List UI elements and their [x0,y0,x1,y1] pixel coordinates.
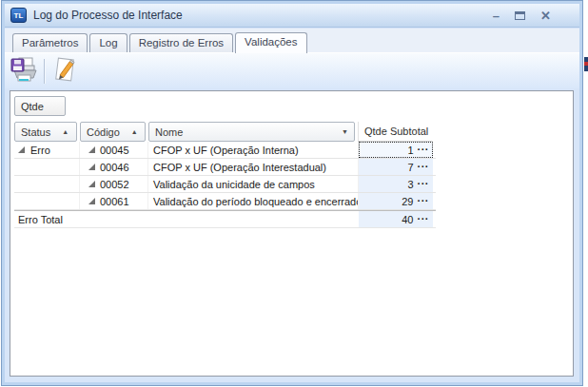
titlebar[interactable]: TL Log do Processo de Interface – ✕ [5,4,579,28]
window-controls: – ✕ [493,10,574,22]
tab-log[interactable]: Log [89,33,127,52]
nome-cell[interactable]: Validação do período bloqueado e encerra… [148,193,359,209]
column-header-codigo[interactable]: Código ▲ [80,122,146,142]
qtde-total-cell[interactable]: 40 ··· [359,211,433,227]
table-row[interactable]: 00061 Validação do período bloqueado e e… [14,193,436,210]
grid-header-row: Status ▲ Código ▲ Nome ▼ Qtde Subtotal [14,122,436,142]
dropdown-icon[interactable]: ▼ [342,128,348,135]
nome-cell[interactable]: CFOP x UF (Operação Interestadual) [148,159,359,175]
total-label: Erro Total [14,211,359,227]
nome-value: CFOP x UF (Operação Interna) [153,145,299,156]
print-save-icon [10,56,37,86]
nome-value: CFOP x UF (Operação Interestadual) [153,162,326,173]
app-icon: TL [10,8,27,23]
table-row[interactable]: 00046 CFOP x UF (Operação Interestadual)… [14,159,436,176]
collapse-triangle-icon[interactable] [88,198,95,204]
tab-parametros[interactable]: Parâmetros [12,33,88,52]
collapse-triangle-icon[interactable] [88,146,95,153]
close-icon[interactable]: ✕ [540,10,551,22]
pivot-grid: Status ▲ Código ▲ Nome ▼ Qtde Subtotal [14,122,436,228]
sort-asc-icon: ▲ [62,128,69,135]
data-field-button-qtde[interactable]: Qtde [14,96,66,116]
clipped-icon-fragment [584,57,588,71]
edit-note-icon [51,56,78,86]
desktop: TL Log do Processo de Interface – ✕ Parâ… [0,0,588,387]
grand-total-row[interactable]: Erro Total 40 ··· [14,210,436,228]
toolbar-separator [44,59,45,84]
collapse-triangle-icon[interactable] [18,146,25,153]
column-header-codigo-label: Código [87,126,120,138]
collapse-triangle-icon[interactable] [88,181,95,187]
sort-asc-icon: ▲ [131,128,138,135]
status-value: Erro [30,145,50,156]
qtde-cell[interactable]: 29 ··· [359,193,433,209]
codigo-value: 00045 [100,145,129,156]
table-row[interactable]: 00052 Validação da unicidade de campos 3… [14,176,436,193]
qtde-cell[interactable]: 7 ··· [359,159,433,175]
pivot-grid-panel: Qtde Status ▲ Código ▲ Nome [10,90,574,377]
nome-cell[interactable]: Validação da unicidade de campos [148,176,359,192]
qtde-value: 7 [363,162,414,173]
status-cell [14,159,80,175]
qtde-cell[interactable]: 1 ··· [359,142,433,158]
codigo-cell[interactable]: 00061 [80,193,148,209]
status-cell[interactable]: Erro [14,142,80,158]
drilldown-ellipsis-icon[interactable]: ··· [418,214,430,224]
tab-content-validacoes: Qtde Status ▲ Código ▲ Nome [5,88,579,382]
qtde-value: 29 [363,196,414,207]
qtde-value: 1 [363,145,414,156]
codigo-cell[interactable]: 00052 [80,176,148,192]
tab-validacoes[interactable]: Validações [235,32,306,53]
codigo-value: 00061 [100,196,129,207]
nome-cell[interactable]: CFOP x UF (Operação Interna) [148,142,359,158]
column-header-status[interactable]: Status ▲ [14,122,77,142]
edit-button[interactable] [49,56,80,87]
codigo-value: 00052 [100,179,129,190]
column-header-qtde-subtotal[interactable]: Qtde Subtotal [358,122,432,142]
log-process-window: TL Log do Processo de Interface – ✕ Parâ… [1,0,583,386]
qtde-cell[interactable]: 3 ··· [359,176,433,192]
collapse-triangle-icon[interactable] [88,164,95,170]
drilldown-ellipsis-icon[interactable]: ··· [418,162,430,172]
print-button[interactable] [9,56,39,87]
column-header-nome[interactable]: Nome ▼ [148,122,355,142]
toolbar [5,52,579,88]
qtde-total-value: 40 [363,214,414,225]
window-title: Log do Processo de Interface [33,9,183,22]
column-header-nome-label: Nome [155,126,183,138]
nome-value: Validação do período bloqueado e encerra… [153,196,359,207]
drilldown-ellipsis-icon[interactable]: ··· [418,145,430,155]
maximize-icon[interactable] [515,11,525,20]
minimize-icon[interactable]: – [493,10,500,22]
column-header-status-label: Status [21,126,50,138]
codigo-cell[interactable]: 00045 [80,142,148,158]
tab-registro-de-erros[interactable]: Registro de Erros [129,33,233,52]
table-row[interactable]: Erro 00045 CFOP x UF (Operação Interna) … [14,142,436,159]
drilldown-ellipsis-icon[interactable]: ··· [418,196,430,206]
codigo-cell[interactable]: 00046 [80,159,148,175]
drilldown-ellipsis-icon[interactable]: ··· [418,179,430,189]
tab-strip: Parâmetros Log Registro de Erros Validaç… [5,29,579,52]
qtde-value: 3 [363,179,414,190]
column-header-qtde-label: Qtde Subtotal [364,126,428,137]
status-cell [14,176,80,192]
status-cell [14,193,80,209]
nome-value: Validação da unicidade de campos [153,179,315,190]
codigo-value: 00046 [100,162,129,173]
